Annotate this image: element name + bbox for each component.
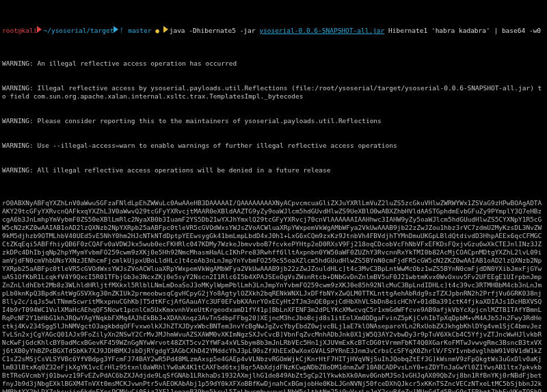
chevron-right-icon bbox=[163, 26, 168, 33]
jar-link: ysoserial-0.0.6-SNAPSHOT-all.jar bbox=[259, 27, 384, 34]
prompt-path: ~/ysoserial/target bbox=[43, 27, 114, 35]
warning-line: WARNING: Please consider reporting this … bbox=[2, 117, 545, 125]
chevron-right-icon bbox=[37, 26, 42, 33]
prompt-line: root@kali ~/ysoserial/target ᚠ master ● … bbox=[2, 26, 545, 35]
base64-output: rO0ABXNyABFqYXZhLnV0aWwuSGFzaFNldLpEhZWW… bbox=[2, 199, 545, 392]
prompt-dirty: ● bbox=[152, 27, 163, 35]
chevron-right-icon bbox=[114, 26, 118, 33]
git-branch-icon: ᚠ bbox=[120, 27, 128, 35]
prompt-branch: master bbox=[128, 27, 151, 35]
prompt-user: root@kali bbox=[2, 27, 37, 35]
terminal[interactable]: root@kali ~/ysoserial/target ᚠ master ● … bbox=[0, 0, 547, 392]
warning-line: WARNING: An illegal reflective access op… bbox=[2, 60, 545, 68]
warning-line: WARNING: Use --illegal-access=warn to en… bbox=[2, 142, 545, 150]
warning-line: WARNING: Illegal reflective access by ys… bbox=[2, 84, 545, 101]
warning-line: WARNING: All illegal reflective access o… bbox=[2, 166, 545, 174]
command-text: java -Dhibernate5 -jar ysoserial-0.0.6-S… bbox=[170, 27, 541, 35]
